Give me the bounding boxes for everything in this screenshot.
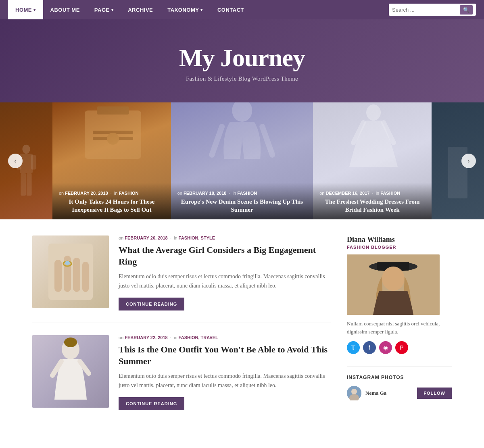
slide-3-date: DECEMBER 16, 2017 xyxy=(326,191,370,196)
hero-section: My Journey Fashion & Lifestyle Blog Word… xyxy=(0,19,484,102)
post-2-content: on FEBRUARY 22, 2018 · in FASHION, TRAVE… xyxy=(119,335,331,410)
svg-point-11 xyxy=(232,102,252,122)
post-1-categories: FASHION, STYLE xyxy=(179,235,215,240)
hero-subtitle: Fashion & Lifestyle Blog WordPress Theme xyxy=(8,75,476,82)
svg-rect-17 xyxy=(73,258,80,292)
post-1-date: FEBRUARY 26, 2018 xyxy=(125,235,167,240)
slide-1-meta: on FEBRUARY 20, 2018 · in FASHION xyxy=(59,191,165,196)
post-2-date: FEBRUARY 22, 2018 xyxy=(125,335,167,340)
slide-2-meta: on FEBRUARY 18, 2018 · in FASHION xyxy=(177,191,307,196)
facebook-icon: f xyxy=(369,344,370,351)
svg-rect-4 xyxy=(21,173,26,196)
slide-2[interactable]: on FEBRUARY 18, 2018 · in FASHION Europe… xyxy=(171,102,313,219)
svg-rect-5 xyxy=(27,173,32,196)
instagram-link[interactable]: ◉ xyxy=(379,341,392,354)
instagram-user-row: Nema Ga FOLLOW xyxy=(347,386,452,400)
svg-rect-3 xyxy=(31,155,36,169)
slide-partial-right[interactable] xyxy=(432,102,484,219)
author-bio: Nullam consequat nisl sagittis orci vehi… xyxy=(347,320,452,335)
post-2-continue-button[interactable]: CONTINUE READING xyxy=(119,397,184,410)
nav-item-archive[interactable]: ARCHIVE xyxy=(121,0,160,19)
svg-point-28 xyxy=(351,389,357,394)
instagram-section-title: INSTAGRAM PHOTOS xyxy=(347,375,452,380)
post-card-2: on FEBRUARY 22, 2018 · in FASHION, TRAVE… xyxy=(32,335,331,422)
main-content: on FEBRUARY 26, 2018 · in FASHION, STYLE… xyxy=(0,219,484,448)
svg-point-12 xyxy=(366,104,381,121)
nav-archive-label: ARCHIVE xyxy=(128,7,153,13)
posts-list: on FEBRUARY 26, 2018 · in FASHION, STYLE… xyxy=(32,235,331,434)
instagram-icon: ◉ xyxy=(383,344,388,351)
slide-1[interactable]: on FEBRUARY 20, 2018 · in FASHION It Onl… xyxy=(52,102,171,219)
author-role: FASHION BLOGGER xyxy=(347,245,452,250)
nav-item-about[interactable]: ABOUT ME xyxy=(43,0,87,19)
nav-page-arrow: ▾ xyxy=(111,8,114,12)
svg-point-0 xyxy=(22,145,30,154)
slide-3-meta: on DECEMBER 16, 2017 · in FASHION xyxy=(319,191,425,196)
nav-contact-label: CONTACT xyxy=(217,7,244,13)
twitter-icon: 𝕋 xyxy=(351,344,355,351)
ig-avatar xyxy=(347,386,361,400)
svg-point-20 xyxy=(65,261,70,265)
post-2-meta: on FEBRUARY 22, 2018 · in FASHION, TRAVE… xyxy=(119,335,331,340)
nav-home-label: HOME xyxy=(15,7,32,13)
nav-home-arrow: ▾ xyxy=(33,8,36,12)
hero-title: My Journey xyxy=(8,44,476,72)
instagram-widget: INSTAGRAM PHOTOS Nema Ga FOLLOW xyxy=(347,366,452,400)
slide-3-title: The Freshest Wedding Dresses From Bridal… xyxy=(319,198,425,214)
author-name: Diana Williams xyxy=(347,235,452,244)
post-1-content: on FEBRUARY 26, 2018 · in FASHION, STYLE… xyxy=(119,235,331,310)
featured-slider: ‹ on FEBRUARY 20, 2018 · in FA xyxy=(0,102,484,219)
slider-next-button[interactable]: › xyxy=(461,154,476,168)
slide-1-overlay: on FEBRUARY 20, 2018 · in FASHION It Onl… xyxy=(52,183,171,219)
nav-item-contact[interactable]: CONTACT xyxy=(210,0,251,19)
svg-point-10 xyxy=(107,133,119,145)
twitter-link[interactable]: 𝕋 xyxy=(347,341,360,354)
sidebar: Diana Williams FASHION BLOGGER xyxy=(347,235,452,434)
slide-1-category: FASHION xyxy=(119,191,139,196)
nav-item-page[interactable]: PAGE ▾ xyxy=(87,0,121,19)
slide-2-date: FEBRUARY 18, 2018 xyxy=(184,191,226,196)
svg-rect-7 xyxy=(97,106,129,115)
post-1-title: What the Average Girl Considers a Big En… xyxy=(119,244,331,267)
author-widget: Diana Williams FASHION BLOGGER xyxy=(347,235,452,354)
post-card-1: on FEBRUARY 26, 2018 · in FASHION, STYLE… xyxy=(32,235,331,323)
post-1-meta: on FEBRUARY 26, 2018 · in FASHION, STYLE xyxy=(119,235,331,240)
nav-page-label: PAGE xyxy=(94,7,110,13)
ig-username: Nema Ga xyxy=(365,390,386,396)
nav-item-taxonomy[interactable]: TAXONOMY ▾ xyxy=(160,0,210,19)
slide-2-title: Europe's New Denim Scene Is Blowing Up T… xyxy=(177,198,307,214)
post-2-categories: FASHION, TRAVEL xyxy=(179,335,218,340)
post-1-continue-button[interactable]: CONTINUE READING xyxy=(119,298,184,310)
slide-1-title: It Only Takes 24 Hours for These Inexpen… xyxy=(59,198,165,214)
svg-point-26 xyxy=(382,267,405,291)
slide-3[interactable]: on DECEMBER 16, 2017 · in FASHION The Fr… xyxy=(313,102,432,219)
nav-taxonomy-label: TAXONOMY xyxy=(167,7,199,13)
post-2-thumbnail[interactable] xyxy=(32,335,109,408)
ig-follow-button[interactable]: FOLLOW xyxy=(417,388,452,399)
nav-taxonomy-arrow: ▾ xyxy=(200,8,203,12)
search-bar: 🔍 xyxy=(389,4,476,16)
nav-item-home[interactable]: HOME ▾ xyxy=(8,0,43,19)
search-button[interactable]: 🔍 xyxy=(460,5,473,15)
slide-3-overlay: on DECEMBER 16, 2017 · in FASHION The Fr… xyxy=(313,183,432,219)
social-links: 𝕋 f ◉ P xyxy=(347,341,452,354)
post-2-excerpt: Elementum odio duis semper risus et lect… xyxy=(119,372,331,390)
navigation: HOME ▾ ABOUT ME PAGE ▾ ARCHIVE TAXONOMY … xyxy=(0,0,484,19)
post-1-thumbnail[interactable] xyxy=(32,235,109,308)
slide-2-category: FASHION xyxy=(237,191,257,196)
search-input[interactable] xyxy=(392,7,460,13)
svg-rect-18 xyxy=(82,262,89,292)
slider-prev-button[interactable]: ‹ xyxy=(8,154,23,168)
nav-about-label: ABOUT ME xyxy=(50,7,80,13)
pinterest-link[interactable]: P xyxy=(395,341,408,354)
post-2-title: This Is the One Outfit You Won't Be Able… xyxy=(119,344,331,367)
nav-links: HOME ▾ ABOUT ME PAGE ▾ ARCHIVE TAXONOMY … xyxy=(8,0,389,19)
pinterest-icon: P xyxy=(400,344,403,351)
post-1-excerpt: Elementum odio duis semper risus et lect… xyxy=(119,272,331,290)
facebook-link[interactable]: f xyxy=(363,341,376,354)
slide-2-overlay: on FEBRUARY 18, 2018 · in FASHION Europe… xyxy=(171,183,313,219)
author-photo xyxy=(347,254,440,315)
svg-rect-15 xyxy=(54,260,62,292)
slide-1-date: FEBRUARY 20, 2018 xyxy=(65,191,108,196)
slide-3-category: FASHION xyxy=(380,191,400,196)
